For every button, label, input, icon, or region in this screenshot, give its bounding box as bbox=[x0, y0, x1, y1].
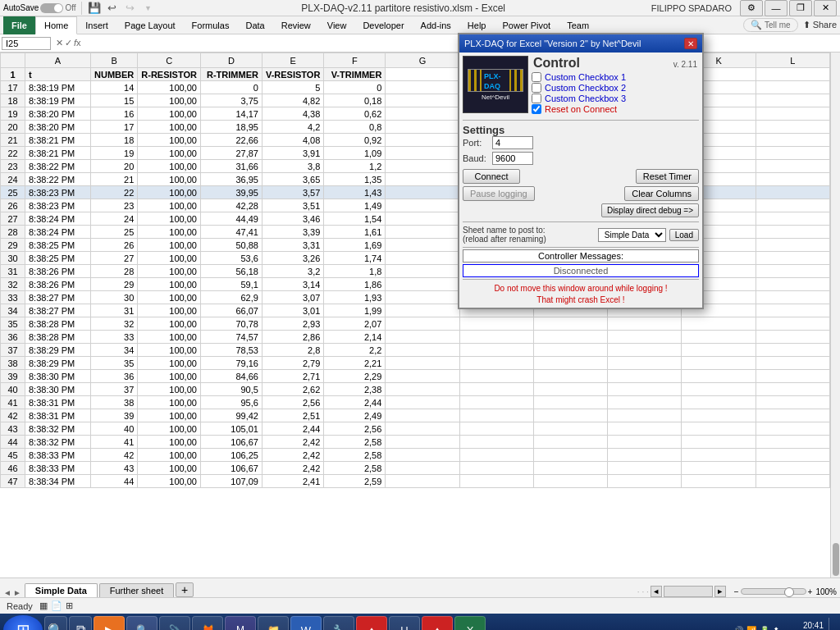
save-icon[interactable]: 💾 bbox=[87, 1, 102, 16]
table-cell[interactable]: 24 bbox=[1, 173, 25, 186]
app-firefox[interactable]: 🦊 bbox=[192, 616, 223, 630]
cancel-formula-icon[interactable]: ✕ bbox=[56, 38, 63, 48]
table-cell-empty[interactable] bbox=[608, 357, 682, 370]
table-cell[interactable]: 47 bbox=[1, 475, 25, 488]
table-cell[interactable]: 25 bbox=[91, 226, 138, 239]
table-cell-empty[interactable] bbox=[459, 331, 533, 344]
table-cell[interactable]: 8:38:34 PM bbox=[25, 475, 91, 488]
table-cell[interactable]: 100,00 bbox=[138, 186, 201, 199]
network-icon[interactable]: 📶 bbox=[746, 626, 756, 631]
table-cell[interactable]: 2,58 bbox=[324, 449, 386, 462]
tab-scroll-left-btn[interactable]: ◄ bbox=[651, 586, 662, 597]
table-cell-empty[interactable] bbox=[459, 317, 533, 331]
table-cell[interactable]: 30 bbox=[1, 252, 25, 265]
table-cell[interactable]: 41 bbox=[91, 436, 138, 449]
table-cell[interactable]: 2,51 bbox=[262, 409, 323, 422]
table-cell-empty[interactable] bbox=[682, 462, 756, 475]
table-cell-empty[interactable] bbox=[756, 94, 829, 107]
table-cell[interactable]: 3,2 bbox=[262, 265, 323, 278]
table-cell[interactable]: 26 bbox=[91, 239, 138, 252]
table-cell[interactable]: 18 bbox=[1, 94, 25, 107]
table-cell[interactable]: 79,16 bbox=[200, 357, 262, 370]
table-cell-empty[interactable] bbox=[682, 370, 756, 383]
table-cell[interactable]: 17 bbox=[1, 81, 25, 94]
zoom-slider[interactable] bbox=[741, 588, 806, 595]
table-cell[interactable]: 100,00 bbox=[138, 409, 201, 422]
tab-addins[interactable]: Add-ins bbox=[413, 16, 459, 34]
table-cell[interactable]: 8:38:27 PM bbox=[25, 304, 91, 317]
table-cell[interactable]: 31 bbox=[1, 265, 25, 278]
table-cell[interactable]: 1,43 bbox=[324, 186, 386, 199]
table-cell-empty[interactable] bbox=[386, 383, 459, 396]
table-cell[interactable]: 8:38:28 PM bbox=[25, 317, 91, 331]
table-cell[interactable]: 8:38:21 PM bbox=[25, 134, 91, 147]
table-cell[interactable]: 2,14 bbox=[324, 331, 386, 344]
table-cell[interactable]: 35 bbox=[1, 317, 25, 331]
table-cell-empty[interactable] bbox=[756, 344, 829, 357]
table-cell[interactable]: 4,82 bbox=[262, 94, 323, 107]
table-cell[interactable]: 44 bbox=[91, 475, 138, 488]
table-cell[interactable]: 31 bbox=[91, 304, 138, 317]
table-cell[interactable]: 21 bbox=[91, 173, 138, 186]
col-header-b[interactable]: B bbox=[91, 53, 138, 68]
table-cell[interactable]: 100,00 bbox=[138, 291, 201, 304]
table-cell-empty[interactable] bbox=[756, 409, 829, 422]
table-cell-empty[interactable] bbox=[386, 436, 459, 449]
tab-page-layout[interactable]: Page Layout bbox=[116, 16, 184, 34]
checkbox-3-label[interactable]: Custom Checkbox 3 bbox=[545, 94, 626, 103]
table-cell[interactable]: 20 bbox=[1, 121, 25, 134]
table-cell[interactable]: 100,00 bbox=[138, 226, 201, 239]
table-cell[interactable]: 100,00 bbox=[138, 252, 201, 265]
table-cell-empty[interactable] bbox=[386, 239, 459, 252]
table-cell[interactable]: 4,08 bbox=[262, 134, 323, 147]
table-cell-empty[interactable] bbox=[386, 147, 459, 160]
app-excel[interactable]: X bbox=[454, 616, 486, 630]
table-cell[interactable]: 8:38:31 PM bbox=[25, 409, 91, 422]
checkbox-2-label[interactable]: Custom Checkbox 2 bbox=[545, 83, 626, 93]
table-cell[interactable]: 29 bbox=[91, 278, 138, 291]
reset-timer-button[interactable]: Reset Timer bbox=[636, 169, 699, 184]
table-cell-empty[interactable] bbox=[756, 265, 829, 278]
table-cell-empty[interactable] bbox=[386, 291, 459, 304]
app-red2[interactable]: ♦ bbox=[422, 616, 453, 630]
table-cell[interactable]: 27 bbox=[1, 212, 25, 226]
table-cell[interactable]: NUMBER bbox=[91, 68, 138, 81]
table-cell-empty[interactable] bbox=[386, 252, 459, 265]
table-cell[interactable]: 24 bbox=[91, 212, 138, 226]
table-cell[interactable]: 2,38 bbox=[324, 383, 386, 396]
view-normal-icon[interactable]: ▦ bbox=[39, 600, 48, 611]
insert-function-icon[interactable]: fx bbox=[74, 38, 81, 48]
table-cell[interactable]: 14,17 bbox=[200, 107, 262, 121]
table-cell[interactable]: 8:38:26 PM bbox=[25, 265, 91, 278]
tray-icons[interactable]: ⬆ bbox=[773, 626, 779, 631]
col-header-l[interactable]: L bbox=[756, 53, 829, 68]
table-cell[interactable]: 2,56 bbox=[262, 396, 323, 409]
autosave-switch[interactable] bbox=[40, 3, 63, 13]
table-cell-empty[interactable] bbox=[756, 68, 829, 81]
baud-input[interactable] bbox=[492, 152, 533, 165]
table-cell[interactable]: 2,42 bbox=[262, 462, 323, 475]
tab-home[interactable]: Home bbox=[35, 16, 77, 34]
clear-columns-button[interactable]: Clear Columns bbox=[624, 186, 699, 201]
tab-insert[interactable]: Insert bbox=[77, 16, 116, 34]
table-cell-empty[interactable] bbox=[386, 331, 459, 344]
table-cell[interactable]: 100,00 bbox=[138, 422, 201, 436]
table-cell-empty[interactable] bbox=[386, 173, 459, 186]
tell-me-input[interactable]: 🔍 Tell me bbox=[743, 18, 798, 32]
table-cell-empty[interactable] bbox=[682, 396, 756, 409]
table-cell[interactable]: 18 bbox=[91, 134, 138, 147]
table-cell[interactable]: 19 bbox=[91, 147, 138, 160]
table-cell[interactable]: 40 bbox=[1, 383, 25, 396]
cortana-btn[interactable]: 🔍 bbox=[44, 616, 67, 630]
table-cell[interactable]: 62,9 bbox=[200, 291, 262, 304]
table-cell[interactable]: 3,57 bbox=[262, 186, 323, 199]
debug-button[interactable]: Display direct debug => bbox=[601, 203, 699, 217]
table-cell[interactable]: 100,00 bbox=[138, 462, 201, 475]
table-cell-empty[interactable] bbox=[756, 160, 829, 173]
table-cell[interactable]: 18,95 bbox=[200, 121, 262, 134]
table-cell[interactable]: 100,00 bbox=[138, 331, 201, 344]
table-cell[interactable]: 100,00 bbox=[138, 107, 201, 121]
table-cell[interactable]: 8:38:25 PM bbox=[25, 252, 91, 265]
table-cell-empty[interactable] bbox=[386, 344, 459, 357]
table-cell[interactable]: 53,6 bbox=[200, 252, 262, 265]
